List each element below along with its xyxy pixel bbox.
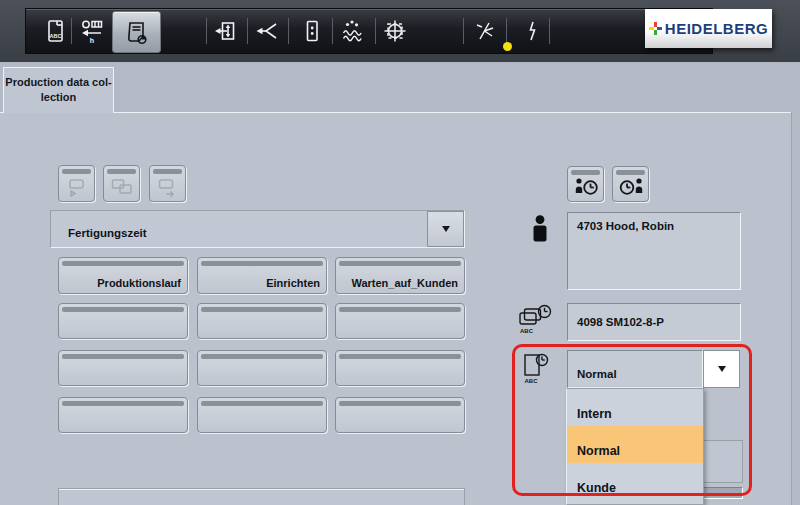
button-top-bar: [201, 401, 323, 406]
empty-activity-button[interactable]: [335, 350, 465, 386]
button-top-bar: [616, 170, 645, 175]
operator-name: 4703 Hood, Robin: [577, 220, 674, 232]
empty-activity-button[interactable]: [197, 303, 327, 339]
job-change-button[interactable]: [103, 165, 140, 202]
pdc-selected-button[interactable]: [112, 11, 161, 53]
order-type-icon: ABC: [521, 350, 551, 386]
order-type-value: Normal: [577, 368, 617, 380]
toolbar-separator: [206, 18, 207, 44]
register-icon[interactable]: [382, 18, 408, 44]
empty-activity-button[interactable]: [197, 350, 327, 386]
status-yellow-dot: [503, 42, 512, 51]
feeder-icon[interactable]: [213, 18, 239, 44]
button-top-bar: [339, 354, 461, 359]
toolbar-separator: [506, 18, 507, 44]
button-top-bar: [339, 401, 461, 406]
empty-activity-button[interactable]: [335, 397, 465, 433]
panel-right-strip: [792, 112, 800, 505]
empty-activity-button[interactable]: [58, 397, 188, 433]
svg-text:ABC: ABC: [525, 378, 539, 384]
empty-activity-button[interactable]: [58, 303, 188, 339]
empty-activity-button[interactable]: [58, 350, 188, 386]
empty-activity-button[interactable]: [335, 303, 465, 339]
button-top-bar: [571, 170, 600, 175]
activity-button-produktionslauf[interactable]: Produktionslauf: [58, 257, 188, 294]
toolbar-separator: [549, 18, 550, 44]
toolbar-separator: [332, 18, 333, 44]
button-top-bar: [107, 169, 136, 174]
dropdown-option-label: Intern: [577, 407, 612, 421]
clock-in-button[interactable]: [567, 166, 604, 202]
heidelberg-cross-icon: [649, 22, 662, 35]
toolbar-separator: [288, 18, 289, 44]
washup-icon[interactable]: [472, 18, 498, 44]
sheet-travel-icon[interactable]: [254, 18, 280, 44]
operator-clock-in-icon: [573, 176, 600, 200]
activity-button-einrichten[interactable]: Einrichten: [197, 257, 327, 294]
press-field[interactable]: 4098 SM102-8-P: [567, 303, 741, 341]
time-correction-icon[interactable]: h: [79, 18, 105, 44]
button-top-bar: [339, 261, 461, 266]
empty-activity-button[interactable]: [197, 397, 327, 433]
dropdown-option-label: Kunde: [577, 481, 616, 495]
start-activity-icon: [64, 176, 90, 200]
time-type-value: Fertigungszeit: [68, 227, 147, 239]
job-list-icon[interactable]: ABC: [42, 18, 68, 44]
activity-button-label: Produktionslauf: [97, 277, 181, 289]
activity-button-warten-auf-kunden[interactable]: Warten_auf_Kunden: [335, 257, 465, 294]
time-type-combo[interactable]: Fertigungszeit: [50, 210, 465, 248]
powder-sprayer-icon[interactable]: [339, 18, 365, 44]
printing-unit-icon[interactable]: [299, 18, 325, 44]
order-type-dropdown-list: Intern Normal Kunde: [566, 388, 704, 505]
toolbar-separator: [247, 18, 248, 44]
end-activity-icon: [155, 176, 181, 200]
tab-label-line1: Production data col-: [4, 75, 113, 90]
tab-label-line2: lection: [4, 90, 113, 105]
production-data-collection-icon: [123, 19, 149, 45]
svg-text:h: h: [90, 37, 94, 44]
button-top-bar: [62, 354, 184, 359]
order-type-dropdown-button[interactable]: [703, 350, 740, 388]
button-top-bar: [201, 354, 323, 359]
dropdown-option-intern[interactable]: Intern: [567, 389, 703, 426]
change-activity-icon: [109, 176, 135, 200]
operator-person-icon: [531, 215, 549, 243]
pdc-screen: ABC h: [0, 0, 800, 505]
button-top-bar: [201, 307, 323, 312]
button-top-bar: [62, 169, 91, 174]
operator-field[interactable]: 4703 Hood, Robin: [567, 212, 741, 290]
svg-text:ABC: ABC: [520, 328, 534, 334]
button-top-bar: [339, 307, 461, 312]
main-toolbar: ABC h: [25, 8, 713, 54]
tab-strip: [0, 62, 800, 112]
comment-panel: [58, 488, 465, 505]
dropdown-option-label: Normal: [577, 444, 620, 458]
tab-production-data-collection[interactable]: Production data col- lection: [3, 67, 114, 113]
svg-text:ABC: ABC: [50, 33, 62, 39]
fault-indicator-icon[interactable]: [518, 18, 544, 44]
button-top-bar: [62, 261, 184, 266]
activity-button-label: Einrichten: [266, 277, 320, 289]
press-name: 4098 SM102-8-P: [577, 316, 664, 328]
toolbar-separator: [71, 18, 72, 44]
job-end-button[interactable]: [149, 165, 186, 202]
toolbar-separator: [463, 18, 464, 44]
top-band: ABC h: [0, 0, 800, 62]
clock-out-button[interactable]: [612, 166, 649, 202]
dropdown-option-normal-highlighted[interactable]: Normal: [567, 426, 703, 463]
dropdown-option-kunde[interactable]: Kunde: [567, 463, 703, 500]
press-icon: ABC: [517, 302, 553, 336]
chevron-down-icon: [442, 226, 450, 232]
button-top-bar: [62, 307, 184, 312]
job-start-button[interactable]: [58, 165, 95, 202]
operator-clock-out-icon: [618, 176, 645, 200]
activity-button-label: Warten_auf_Kunden: [351, 277, 458, 289]
heidelberg-logo: HEIDELBERG: [645, 9, 772, 48]
button-top-bar: [201, 261, 323, 266]
button-top-bar: [153, 169, 182, 174]
logo-text: HEIDELBERG: [665, 20, 768, 37]
button-top-bar: [62, 401, 184, 406]
chevron-down-icon: [718, 366, 726, 372]
time-type-dropdown-button[interactable]: [427, 211, 464, 247]
order-type-combo[interactable]: Normal: [567, 350, 703, 388]
